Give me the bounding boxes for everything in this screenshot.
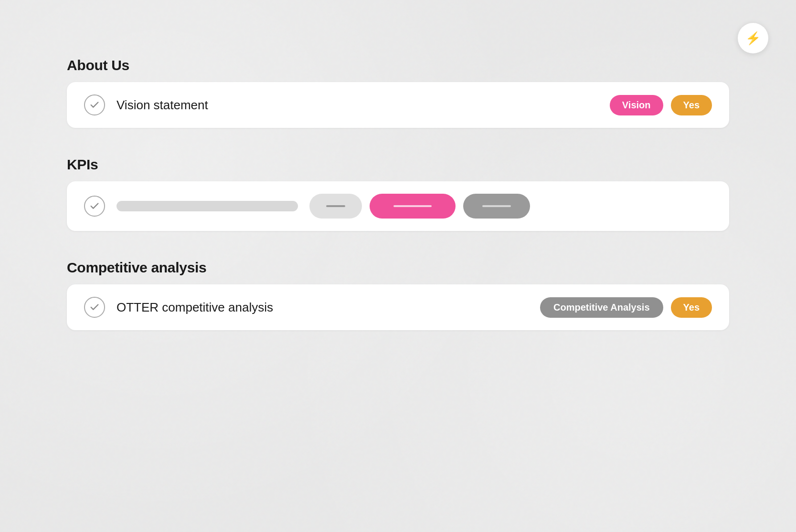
- vision-badge[interactable]: Vision: [610, 95, 663, 115]
- vision-check-circle: [84, 94, 105, 115]
- kpi-badge-neutral: [309, 194, 362, 219]
- vision-statement-card: Vision statement Vision Yes: [67, 82, 729, 128]
- kpi-card: [67, 181, 729, 231]
- check-icon: [89, 100, 100, 110]
- otter-check-icon: [89, 302, 100, 313]
- kpis-header: KPIs: [67, 156, 729, 173]
- kpis-section: KPIs: [67, 156, 729, 231]
- otter-competitive-card: OTTER competitive analysis Competitive A…: [67, 284, 729, 330]
- yes-badge-vision[interactable]: Yes: [671, 95, 712, 115]
- otter-check-circle: [84, 297, 105, 318]
- competitive-analysis-header: Competitive analysis: [67, 260, 729, 276]
- kpi-check-circle: [84, 196, 105, 217]
- lightning-button[interactable]: ⚡: [738, 23, 768, 53]
- kpi-text-redacted: [117, 201, 298, 211]
- vision-badges: Vision Yes: [610, 95, 712, 115]
- yes-badge-otter[interactable]: Yes: [671, 297, 712, 318]
- kpi-badge-pink: [370, 194, 456, 219]
- kpi-neutral-line: [326, 205, 345, 207]
- vision-statement-title: Vision statement: [117, 98, 598, 113]
- about-us-header: About Us: [67, 57, 729, 73]
- kpi-pink-line: [393, 205, 432, 207]
- competitive-analysis-section: Competitive analysis OTTER competitive a…: [67, 260, 729, 330]
- kpi-badges: [309, 194, 530, 219]
- kpi-check-icon: [89, 201, 100, 211]
- kpi-badge-gray: [463, 194, 530, 219]
- otter-badges: Competitive Analysis Yes: [540, 297, 712, 318]
- competitive-analysis-badge[interactable]: Competitive Analysis: [540, 297, 663, 318]
- otter-title: OTTER competitive analysis: [117, 300, 529, 315]
- lightning-icon: ⚡: [745, 31, 761, 46]
- page-container: ⚡ About Us Vision statement Vision Yes K…: [0, 0, 796, 532]
- about-us-section: About Us Vision statement Vision Yes: [67, 57, 729, 128]
- kpi-gray-line: [482, 205, 511, 207]
